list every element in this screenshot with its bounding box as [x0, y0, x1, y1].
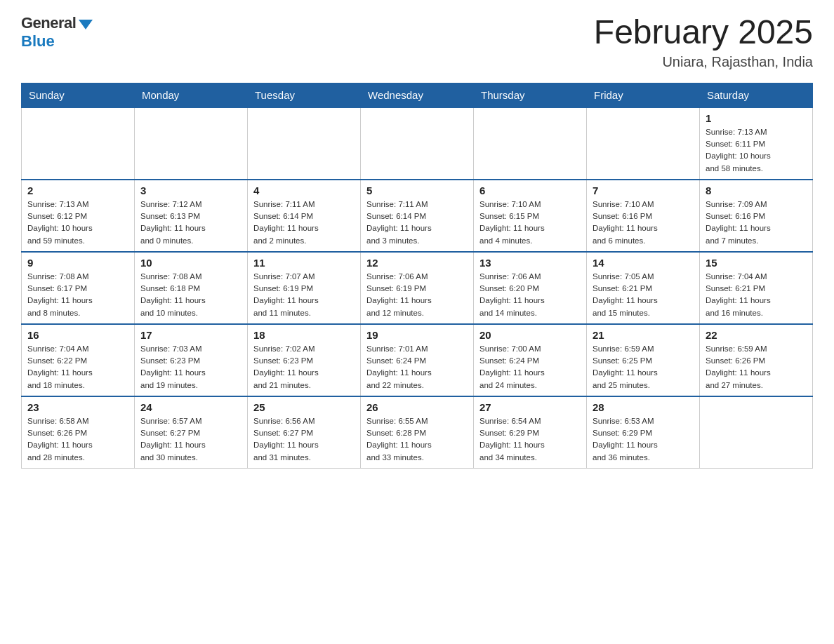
day-header-wednesday: Wednesday: [361, 83, 474, 107]
day-info: Sunrise: 7:11 AMSunset: 6:14 PMDaylight:…: [253, 199, 355, 247]
day-info: Sunrise: 6:59 AMSunset: 6:26 PMDaylight:…: [706, 343, 807, 391]
day-info: Sunrise: 7:06 AMSunset: 6:20 PMDaylight:…: [479, 271, 581, 319]
calendar-cell: 2Sunrise: 7:13 AMSunset: 6:12 PMDaylight…: [22, 180, 135, 252]
calendar-header: SundayMondayTuesdayWednesdayThursdayFrid…: [22, 83, 813, 107]
day-header-friday: Friday: [587, 83, 700, 107]
calendar-cell: [700, 396, 813, 469]
day-info: Sunrise: 7:01 AMSunset: 6:24 PMDaylight:…: [366, 343, 468, 391]
day-number: 12: [366, 257, 468, 269]
day-number: 2: [27, 185, 128, 196]
day-header-monday: Monday: [135, 83, 248, 107]
day-info: Sunrise: 6:57 AMSunset: 6:27 PMDaylight:…: [140, 415, 241, 464]
day-number: 7: [593, 185, 694, 196]
calendar-cell: 24Sunrise: 6:57 AMSunset: 6:27 PMDayligh…: [135, 396, 248, 469]
calendar-cell: 20Sunrise: 7:00 AMSunset: 6:24 PMDayligh…: [474, 324, 587, 396]
calendar-cell: 28Sunrise: 6:53 AMSunset: 6:29 PMDayligh…: [587, 396, 700, 469]
day-info: Sunrise: 7:00 AMSunset: 6:24 PMDaylight:…: [479, 343, 581, 391]
calendar-cell: 7Sunrise: 7:10 AMSunset: 6:16 PMDaylight…: [587, 180, 700, 252]
day-number: 17: [140, 329, 241, 341]
week-row-4: 23Sunrise: 6:58 AMSunset: 6:26 PMDayligh…: [22, 396, 813, 469]
day-number: 6: [479, 185, 581, 196]
day-number: 1: [706, 112, 807, 124]
day-number: 23: [27, 401, 128, 413]
page-header: General Blue February 2025 Uniara, Rajas…: [21, 14, 813, 70]
calendar-cell: 21Sunrise: 6:59 AMSunset: 6:25 PMDayligh…: [587, 324, 700, 396]
day-number: 14: [593, 257, 694, 269]
calendar-cell: 15Sunrise: 7:04 AMSunset: 6:21 PMDayligh…: [700, 252, 813, 324]
calendar-cell: 12Sunrise: 7:06 AMSunset: 6:19 PMDayligh…: [361, 252, 474, 324]
calendar-cell: 1Sunrise: 7:13 AMSunset: 6:11 PMDaylight…: [700, 107, 813, 180]
day-info: Sunrise: 7:03 AMSunset: 6:23 PMDaylight:…: [140, 343, 241, 391]
week-row-1: 2Sunrise: 7:13 AMSunset: 6:12 PMDaylight…: [22, 180, 813, 252]
day-number: 15: [706, 257, 807, 269]
calendar-cell: [248, 107, 361, 180]
day-number: 3: [140, 185, 241, 196]
calendar-cell: 6Sunrise: 7:10 AMSunset: 6:15 PMDaylight…: [474, 180, 587, 252]
calendar-cell: 4Sunrise: 7:11 AMSunset: 6:14 PMDaylight…: [248, 180, 361, 252]
calendar-table: SundayMondayTuesdayWednesdayThursdayFrid…: [21, 83, 813, 469]
day-info: Sunrise: 7:10 AMSunset: 6:15 PMDaylight:…: [479, 199, 581, 247]
logo: General Blue: [21, 14, 93, 51]
day-info: Sunrise: 7:07 AMSunset: 6:19 PMDaylight:…: [253, 271, 355, 319]
day-number: 4: [253, 185, 355, 196]
calendar-cell: 8Sunrise: 7:09 AMSunset: 6:16 PMDaylight…: [700, 180, 813, 252]
day-number: 22: [706, 329, 807, 341]
day-info: Sunrise: 7:09 AMSunset: 6:16 PMDaylight:…: [706, 199, 807, 247]
day-header-row: SundayMondayTuesdayWednesdayThursdayFrid…: [22, 83, 813, 107]
week-row-2: 9Sunrise: 7:08 AMSunset: 6:17 PMDaylight…: [22, 252, 813, 324]
day-header-sunday: Sunday: [22, 83, 135, 107]
logo-blue-text: Blue: [21, 32, 55, 51]
month-title: February 2025: [594, 14, 813, 51]
day-info: Sunrise: 7:02 AMSunset: 6:23 PMDaylight:…: [253, 343, 355, 391]
calendar-cell: 9Sunrise: 7:08 AMSunset: 6:17 PMDaylight…: [22, 252, 135, 324]
calendar-cell: [474, 107, 587, 180]
logo-general-text: General: [21, 14, 76, 32]
calendar-cell: 13Sunrise: 7:06 AMSunset: 6:20 PMDayligh…: [474, 252, 587, 324]
day-header-tuesday: Tuesday: [248, 83, 361, 107]
day-info: Sunrise: 6:59 AMSunset: 6:25 PMDaylight:…: [593, 343, 694, 391]
day-info: Sunrise: 7:04 AMSunset: 6:22 PMDaylight:…: [27, 343, 128, 391]
day-info: Sunrise: 7:08 AMSunset: 6:17 PMDaylight:…: [27, 271, 128, 319]
day-info: Sunrise: 7:13 AMSunset: 6:11 PMDaylight:…: [706, 126, 807, 175]
day-info: Sunrise: 7:10 AMSunset: 6:16 PMDaylight:…: [593, 199, 694, 247]
day-number: 11: [253, 257, 355, 269]
day-info: Sunrise: 7:13 AMSunset: 6:12 PMDaylight:…: [27, 199, 128, 247]
day-number: 28: [593, 401, 694, 413]
calendar-cell: [587, 107, 700, 180]
title-block: February 2025 Uniara, Rajasthan, India: [594, 14, 813, 70]
day-info: Sunrise: 7:12 AMSunset: 6:13 PMDaylight:…: [140, 199, 241, 247]
day-info: Sunrise: 7:05 AMSunset: 6:21 PMDaylight:…: [593, 271, 694, 319]
calendar-cell: 18Sunrise: 7:02 AMSunset: 6:23 PMDayligh…: [248, 324, 361, 396]
day-number: 19: [366, 329, 468, 341]
day-number: 10: [140, 257, 241, 269]
calendar-cell: 5Sunrise: 7:11 AMSunset: 6:14 PMDaylight…: [361, 180, 474, 252]
calendar-cell: 10Sunrise: 7:08 AMSunset: 6:18 PMDayligh…: [135, 252, 248, 324]
day-info: Sunrise: 7:06 AMSunset: 6:19 PMDaylight:…: [366, 271, 468, 319]
day-info: Sunrise: 6:54 AMSunset: 6:29 PMDaylight:…: [479, 415, 581, 464]
calendar-cell: 25Sunrise: 6:56 AMSunset: 6:27 PMDayligh…: [248, 396, 361, 469]
day-info: Sunrise: 6:53 AMSunset: 6:29 PMDaylight:…: [593, 415, 694, 464]
day-info: Sunrise: 6:55 AMSunset: 6:28 PMDaylight:…: [366, 415, 468, 464]
calendar-cell: 22Sunrise: 6:59 AMSunset: 6:26 PMDayligh…: [700, 324, 813, 396]
day-number: 27: [479, 401, 581, 413]
calendar-cell: 27Sunrise: 6:54 AMSunset: 6:29 PMDayligh…: [474, 396, 587, 469]
calendar-cell: [361, 107, 474, 180]
day-number: 26: [366, 401, 468, 413]
day-header-saturday: Saturday: [700, 83, 813, 107]
calendar-cell: 17Sunrise: 7:03 AMSunset: 6:23 PMDayligh…: [135, 324, 248, 396]
calendar-body: 1Sunrise: 7:13 AMSunset: 6:11 PMDaylight…: [22, 107, 813, 469]
day-number: 5: [366, 185, 468, 196]
calendar-cell: 16Sunrise: 7:04 AMSunset: 6:22 PMDayligh…: [22, 324, 135, 396]
calendar-cell: [22, 107, 135, 180]
calendar-cell: 14Sunrise: 7:05 AMSunset: 6:21 PMDayligh…: [587, 252, 700, 324]
day-number: 8: [706, 185, 807, 196]
location-text: Uniara, Rajasthan, India: [594, 54, 813, 70]
day-info: Sunrise: 6:56 AMSunset: 6:27 PMDaylight:…: [253, 415, 355, 464]
day-info: Sunrise: 6:58 AMSunset: 6:26 PMDaylight:…: [27, 415, 128, 464]
calendar-cell: 26Sunrise: 6:55 AMSunset: 6:28 PMDayligh…: [361, 396, 474, 469]
day-number: 13: [479, 257, 581, 269]
week-row-3: 16Sunrise: 7:04 AMSunset: 6:22 PMDayligh…: [22, 324, 813, 396]
calendar-cell: 19Sunrise: 7:01 AMSunset: 6:24 PMDayligh…: [361, 324, 474, 396]
day-info: Sunrise: 7:04 AMSunset: 6:21 PMDaylight:…: [706, 271, 807, 319]
day-header-thursday: Thursday: [474, 83, 587, 107]
